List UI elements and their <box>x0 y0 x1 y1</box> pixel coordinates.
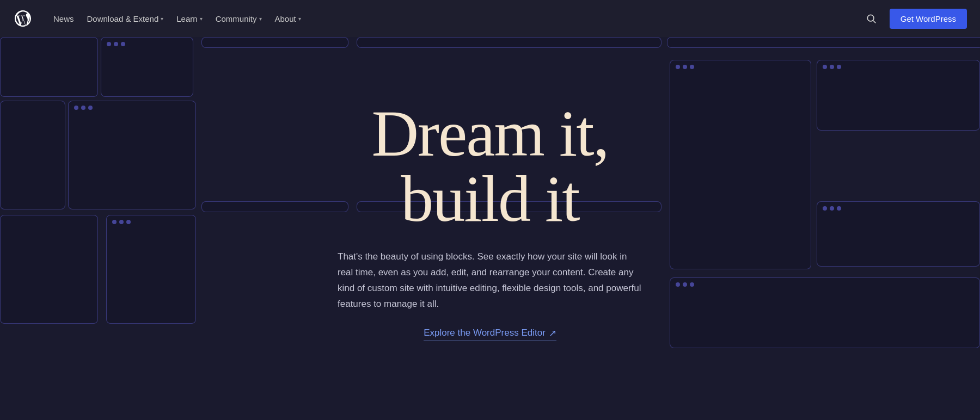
bg-card <box>106 215 196 324</box>
card-dot <box>823 65 827 69</box>
card-dot <box>683 65 687 69</box>
bg-card <box>201 201 348 212</box>
bg-card <box>817 60 980 131</box>
card-dot <box>823 206 827 211</box>
nav-label-about: About <box>275 14 296 23</box>
nav-item-news[interactable]: News <box>48 10 79 28</box>
card-dot <box>88 106 93 110</box>
hero-description: That's the beauty of using blocks. See e… <box>338 249 642 312</box>
card-dot <box>690 282 694 287</box>
bg-card <box>0 37 98 97</box>
chevron-down-icon: ▾ <box>259 16 262 22</box>
svg-point-0 <box>867 15 874 21</box>
bg-card <box>101 37 193 97</box>
nav-label-community: Community <box>216 14 257 23</box>
card-dots <box>817 60 979 73</box>
nav-label-download-extend: Download & Extend <box>87 14 159 23</box>
navbar: News Download & Extend ▾ Learn ▾ Communi… <box>0 0 980 37</box>
get-wordpress-button[interactable]: Get WordPress <box>890 9 967 29</box>
chevron-down-icon: ▾ <box>200 16 203 22</box>
bg-card <box>667 37 980 48</box>
card-dot <box>837 206 841 211</box>
bg-card <box>357 37 661 48</box>
card-dot <box>126 220 131 224</box>
hero-title-line1: Dream it, <box>371 97 608 170</box>
nav-label-news: News <box>53 14 74 23</box>
hero-title: Dream it, build it <box>338 101 642 232</box>
chevron-down-icon: ▾ <box>298 16 301 22</box>
bg-card <box>670 277 980 348</box>
card-dot <box>690 65 694 69</box>
external-link-icon: ↗ <box>549 328 556 339</box>
card-dot <box>676 65 680 69</box>
card-dot <box>683 282 687 287</box>
explore-editor-label: Explore the WordPress Editor <box>424 328 546 338</box>
card-dots <box>670 278 979 291</box>
bg-card <box>817 201 980 267</box>
hero-section: Dream it, build it That's the beauty of … <box>0 0 980 420</box>
nav-item-about[interactable]: About ▾ <box>270 10 307 28</box>
bg-card <box>0 101 65 209</box>
card-dots <box>817 202 979 215</box>
card-dot <box>114 42 118 46</box>
bg-card <box>201 37 348 48</box>
explore-editor-link[interactable]: Explore the WordPress Editor ↗ <box>424 328 556 341</box>
bg-card <box>68 101 196 209</box>
nav-item-community[interactable]: Community ▾ <box>210 10 267 28</box>
card-dots <box>69 101 195 114</box>
card-dot <box>837 65 841 69</box>
search-icon <box>866 13 877 24</box>
chevron-down-icon: ▾ <box>161 16 163 22</box>
nav-item-download-extend[interactable]: Download & Extend ▾ <box>82 10 169 28</box>
bg-card <box>670 60 811 269</box>
search-button[interactable] <box>861 9 881 28</box>
card-dots <box>101 38 193 51</box>
card-dots <box>107 215 195 228</box>
wordpress-logo[interactable] <box>13 9 33 28</box>
card-dot <box>121 42 125 46</box>
card-dot <box>119 220 124 224</box>
card-dot <box>81 106 85 110</box>
nav-item-learn[interactable]: Learn ▾ <box>171 10 207 28</box>
card-dots <box>670 60 811 73</box>
hero-content: Dream it, build it That's the beauty of … <box>338 101 642 341</box>
card-dot <box>830 206 834 211</box>
svg-line-1 <box>873 21 875 23</box>
card-dot <box>830 65 834 69</box>
nav-right: Get WordPress <box>861 9 967 29</box>
bg-card <box>0 215 98 324</box>
hero-title-line2: build it <box>401 163 579 235</box>
nav-links: News Download & Extend ▾ Learn ▾ Communi… <box>48 10 861 28</box>
nav-label-learn: Learn <box>176 14 197 23</box>
card-dot <box>107 42 111 46</box>
get-wordpress-label: Get WordPress <box>901 14 956 23</box>
card-dot <box>74 106 78 110</box>
card-dot <box>112 220 117 224</box>
card-dot <box>676 282 680 287</box>
